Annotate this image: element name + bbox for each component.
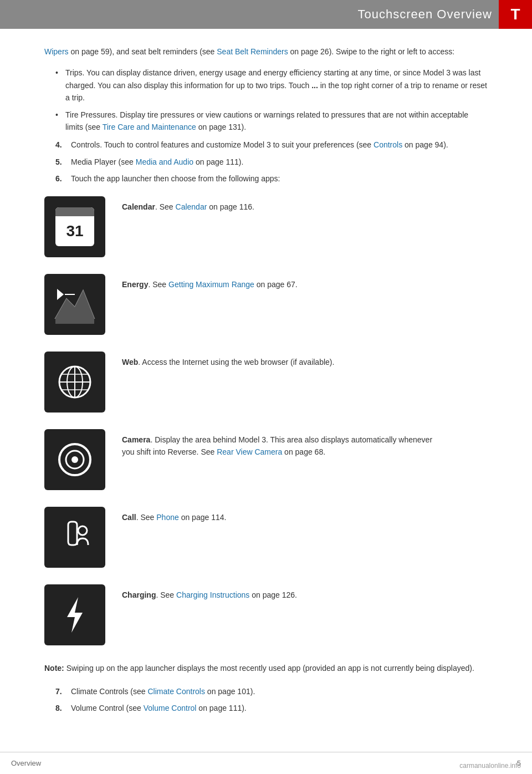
call-icon <box>53 515 97 559</box>
tesla-logo-icon: T <box>510 6 520 23</box>
calendar-link[interactable]: Calendar <box>176 202 207 211</box>
item-text-8: Volume Control (see Volume Control on pa… <box>71 702 488 714</box>
numbered-item-7: 7. Climate Controls (see Climate Control… <box>55 685 488 697</box>
calendar-icon-box: 31 <box>44 196 105 257</box>
bullet-list: Trips. You can display distance driven, … <box>55 67 488 133</box>
watermark: carmanualonline.info <box>459 762 521 770</box>
calendar-icon-header <box>55 207 94 216</box>
climate-controls-link[interactable]: Climate Controls <box>148 687 205 696</box>
note-text: Swiping up on the app launcher displays … <box>64 664 474 673</box>
item-number-8: 8. <box>55 702 71 714</box>
calendar-app-name: Calendar <box>122 202 155 211</box>
calendar-description: Calendar. See Calendar on page 116. <box>122 196 254 213</box>
app-items-list: 31 Calendar. See Calendar on page 116. <box>44 196 488 645</box>
charging-app-name: Charging <box>122 590 156 599</box>
tire-care-link[interactable]: Tire Care and Maintenance <box>103 123 196 131</box>
bullet-item-trips: Trips. You can display distance driven, … <box>55 67 488 104</box>
bullet-item-tire-pressures: Tire Pressures. Display tire pressures o… <box>55 109 488 134</box>
app-item-web: Web. Access the Internet using the web b… <box>44 352 488 413</box>
item-text-4: Controls. Touch to control features and … <box>71 139 488 151</box>
intro-paragraph: Wipers on page 59), and seat belt remind… <box>44 45 488 58</box>
note-box: Note: Swiping up on the app launcher dis… <box>44 662 488 674</box>
camera-icon <box>53 437 97 482</box>
main-content: Wipers on page 59), and seat belt remind… <box>0 29 532 757</box>
item-number-7: 7. <box>55 685 71 697</box>
app-item-charging: Charging. See Charging Instructions on p… <box>44 584 488 645</box>
app-item-call: Call. See Phone on page 114. <box>44 507 488 568</box>
item-number-6: 6. <box>55 172 71 185</box>
tesla-logo-box: T <box>499 0 532 29</box>
numbered-item-5: 5. Media Player (see Media and Audio on … <box>55 156 488 168</box>
item-number-4: 4. <box>55 139 71 151</box>
app-item-camera: Camera. Display the area behind Model 3.… <box>44 429 488 490</box>
charging-icon-box <box>44 584 105 645</box>
call-app-name: Call <box>122 513 136 522</box>
item-text-6: Touch the app launcher then choose from … <box>71 172 488 185</box>
getting-maximum-range-link[interactable]: Getting Maximum Range <box>168 280 254 289</box>
charging-icon <box>53 593 97 637</box>
item-number-5: 5. <box>55 156 71 168</box>
phone-link[interactable]: Phone <box>156 513 178 522</box>
web-globe-icon <box>53 360 97 404</box>
energy-description: Energy. See Getting Maximum Range on pag… <box>122 274 298 291</box>
camera-app-name: Camera <box>122 435 150 444</box>
page-header: Touchscreen Overview T <box>0 0 532 29</box>
rear-view-camera-link[interactable]: Rear View Camera <box>217 447 282 456</box>
web-app-name: Web <box>122 358 138 366</box>
svg-point-15 <box>71 456 78 463</box>
footer-label: Overview <box>11 759 41 767</box>
media-audio-link[interactable]: Media and Audio <box>136 157 193 166</box>
note-label: Note: <box>44 664 64 673</box>
item-text-7: Climate Controls (see Climate Controls o… <box>71 685 488 697</box>
app-item-energy: Energy. See Getting Maximum Range on pag… <box>44 274 488 335</box>
camera-description: Camera. Display the area behind Model 3.… <box>122 429 443 459</box>
controls-link[interactable]: Controls <box>374 140 402 149</box>
page-footer: Overview 5 <box>0 752 532 774</box>
calendar-icon: 31 <box>55 207 94 246</box>
energy-app-name: Energy <box>122 280 148 289</box>
numbered-item-8: 8. Volume Control (see Volume Control on… <box>55 702 488 714</box>
calendar-icon-number: 31 <box>55 216 94 246</box>
item-text-5: Media Player (see Media and Audio on pag… <box>71 156 488 168</box>
numbered-item-6: 6. Touch the app launcher then choose fr… <box>55 172 488 185</box>
web-description: Web. Access the Internet using the web b… <box>122 352 334 368</box>
energy-icon <box>53 282 97 327</box>
call-icon-box <box>44 507 105 568</box>
volume-control-link[interactable]: Volume Control <box>144 704 197 712</box>
energy-icon-box <box>44 274 105 335</box>
charging-description: Charging. See Charging Instructions on p… <box>122 584 297 601</box>
numbered-list-4-6: 4. Controls. Touch to control features a… <box>55 139 488 185</box>
numbered-list-7-8: 7. Climate Controls (see Climate Control… <box>55 685 488 715</box>
charging-instructions-link[interactable]: Charging Instructions <box>176 590 249 599</box>
numbered-item-4: 4. Controls. Touch to control features a… <box>55 139 488 151</box>
wipers-link[interactable]: Wipers <box>44 47 69 56</box>
app-item-calendar: 31 Calendar. See Calendar on page 116. <box>44 196 488 257</box>
seat-belt-reminders-link[interactable]: Seat Belt Reminders <box>217 47 288 56</box>
camera-icon-box <box>44 429 105 490</box>
web-icon-box <box>44 352 105 413</box>
call-description: Call. See Phone on page 114. <box>122 507 226 523</box>
page-title: Touchscreen Overview <box>357 7 492 22</box>
